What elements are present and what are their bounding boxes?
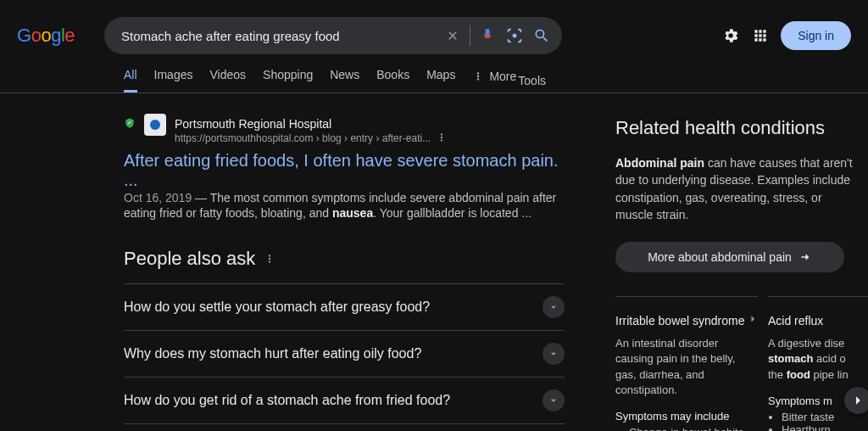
tab-videos[interactable]: Videos (209, 68, 246, 92)
more-about-button[interactable]: More about abdominal pain (615, 242, 844, 272)
chevron-down-icon (542, 389, 565, 411)
tab-shopping[interactable]: Shopping (263, 68, 313, 92)
result-url: https://portsmouthhospital.com › blog › … (175, 132, 431, 144)
favicon (144, 114, 166, 136)
svg-point-0 (513, 34, 517, 38)
result-date: Oct 16, 2019 (124, 191, 192, 204)
tab-maps[interactable]: Maps (426, 68, 455, 92)
kp-title: Related health conditions (615, 117, 861, 139)
results-column: Portsmouth Regional Hospital https://por… (124, 117, 565, 431)
scroll-right-button[interactable] (844, 387, 868, 414)
chevron-down-icon (542, 343, 565, 365)
search-bar[interactable] (104, 17, 562, 54)
tab-images[interactable]: Images (154, 68, 193, 92)
tab-all[interactable]: All (124, 68, 137, 92)
knowledge-panel: Related health conditions Abdominal pain… (615, 117, 861, 431)
result-source: Portsmouth Regional Hospital (175, 117, 448, 131)
condition-card[interactable]: Irritable bowel syndrome An intestinal d… (615, 296, 758, 431)
tab-more[interactable]: More (472, 68, 516, 92)
symptoms-list: Bitter tasteHeartburnDry cough (768, 411, 868, 431)
svg-point-1 (150, 120, 160, 130)
apps-icon[interactable] (752, 27, 769, 44)
paa-text: Why does my stomach hurt after eating oi… (124, 346, 421, 361)
result-title[interactable]: After eating fried foods, I often have s… (124, 151, 565, 190)
chevron-right-icon (851, 394, 865, 407)
header-row: Google Sign in (0, 0, 868, 54)
card-title: Irritable bowel syndrome (615, 314, 745, 327)
people-also-ask-heading: People also ask (124, 248, 565, 270)
search-result: Portsmouth Regional Hospital https://por… (124, 117, 565, 221)
symptoms-list: Change in bowel habitsRecurrent abdomina… (615, 426, 758, 431)
more-vert-icon (472, 70, 484, 82)
paa-text: How do you settle your stomach after gre… (124, 299, 430, 315)
mic-icon[interactable] (479, 27, 496, 44)
result-more-icon[interactable] (436, 132, 448, 143)
card-title: Acid reflux (768, 314, 823, 327)
chevron-right-icon (748, 314, 758, 324)
paa-text: How do you get rid of a stomach ache fro… (124, 393, 450, 408)
paa-question[interactable]: Why do I feel sick after eating greasy f… (124, 423, 565, 431)
search-icon[interactable] (533, 27, 550, 44)
card-description: An intestinal disorder causing pain in t… (615, 336, 758, 398)
paa-question[interactable]: How do you get rid of a stomach ache fro… (124, 377, 565, 423)
tabs-row: All Images Videos Shopping News Books Ma… (124, 68, 868, 92)
more-vert-icon[interactable] (264, 253, 275, 265)
clear-icon[interactable] (444, 27, 461, 44)
search-input[interactable] (121, 29, 439, 43)
settings-icon[interactable] (721, 26, 740, 45)
chevron-down-icon (542, 296, 565, 318)
card-subheading: Symptoms may include (615, 410, 758, 423)
tab-news[interactable]: News (330, 68, 359, 92)
paa-question[interactable]: Why does my stomach hurt after eating oi… (124, 330, 565, 377)
tab-books[interactable]: Books (376, 68, 409, 92)
signin-button[interactable]: Sign in (781, 21, 851, 50)
card-description: A digestive disestomach acid othe food p… (768, 336, 868, 383)
shield-icon (124, 117, 136, 129)
kp-description: Abdominal pain can have causes that aren… (615, 154, 861, 223)
paa-question[interactable]: How do you settle your stomach after gre… (124, 283, 565, 330)
lens-icon[interactable] (506, 27, 523, 44)
google-logo[interactable]: Google (17, 25, 75, 47)
tools-button[interactable]: Tools (518, 74, 546, 87)
arrow-right-icon (798, 250, 812, 264)
